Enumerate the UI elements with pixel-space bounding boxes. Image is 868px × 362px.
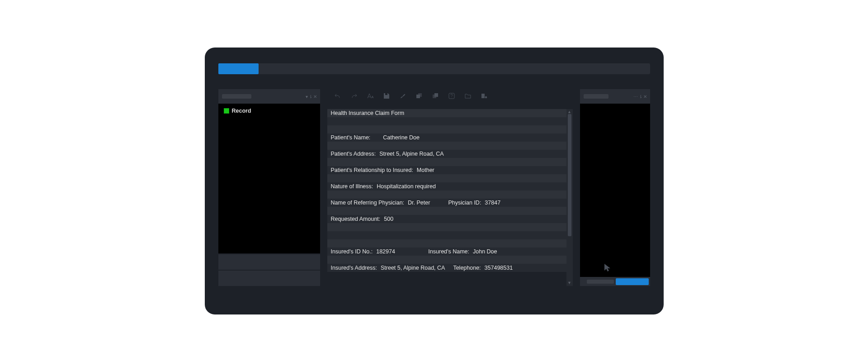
help-icon[interactable] <box>448 92 456 100</box>
field-row-illness: Nature of Illness: Hospitalization requi… <box>327 182 566 191</box>
undo-icon[interactable] <box>334 92 342 100</box>
field-row-patient-address: Patient's Address: Street 5, Alpine Road… <box>327 150 566 158</box>
blank-row <box>327 125 566 133</box>
form-title-row: Health Insurance Claim Form <box>327 109 566 117</box>
label: Requested Amount: <box>331 216 381 222</box>
value: 357498531 <box>485 265 513 271</box>
label: Telephone: <box>453 265 481 271</box>
label: Patient's Address: <box>331 151 376 157</box>
value: John Doe <box>473 248 497 255</box>
field-row-insured-address-phone: Insured's Address: Street 5, Alpine Road… <box>327 264 566 272</box>
tree-item-label: Record <box>232 108 251 114</box>
document-viewport: Health Insurance Claim Form Patient's Na… <box>327 109 573 286</box>
value: 182974 <box>376 248 395 255</box>
brush-icon[interactable] <box>399 92 407 100</box>
blank-row <box>327 191 566 199</box>
value: Mother <box>417 167 434 173</box>
tab-strip <box>218 63 650 74</box>
left-panel-header: ▾ ⇂ ✕ <box>218 89 320 104</box>
claim-form-document: Health Insurance Claim Form Patient's Na… <box>327 109 566 286</box>
menu-icon[interactable]: ⋯ <box>633 94 637 99</box>
panel-header-icons: ▾ ⇂ ✕ <box>306 94 316 99</box>
left-panel-input-2[interactable] <box>218 270 320 286</box>
field-row-insured-id-name: Insured's ID No.: 182974 Insured's Name:… <box>327 248 566 256</box>
form-title: Health Insurance Claim Form <box>331 110 405 116</box>
value: Catherine Doe <box>383 134 420 141</box>
app-window: ▾ ⇂ ✕ Record <box>205 48 664 314</box>
font-icon[interactable] <box>366 92 374 100</box>
label: Patient's Relationship to Insured: <box>331 167 413 173</box>
tree-item-record[interactable]: Record <box>224 108 315 114</box>
blank-row <box>327 158 566 166</box>
label: Insured's ID No.: <box>331 248 373 255</box>
svg-rect-5 <box>481 94 485 98</box>
right-panel-header: ⋯ ⇂ ✕ <box>580 89 650 104</box>
blank-row <box>327 117 566 125</box>
scroll-down-icon[interactable]: ▼ <box>567 281 571 285</box>
svg-rect-1 <box>418 93 422 97</box>
editor-toolbar <box>327 89 573 103</box>
panel-title-placeholder <box>584 94 609 99</box>
value: Hospitalization required <box>377 183 436 190</box>
value: 500 <box>384 216 393 222</box>
field-row-physician: Name of Referring Physician: Dr. Peter P… <box>327 199 566 207</box>
label: Physician ID: <box>448 200 481 206</box>
active-tab[interactable] <box>218 63 259 74</box>
close-icon[interactable]: ✕ <box>643 94 646 99</box>
center-panel: Health Insurance Claim Form Patient's Na… <box>327 89 573 286</box>
value: 37847 <box>485 200 500 206</box>
scrollbar-thumb[interactable] <box>568 114 571 236</box>
svg-rect-3 <box>433 95 436 98</box>
blank-row <box>327 142 566 150</box>
cursor-icon <box>604 263 612 274</box>
panel-header-icons: ⋯ ⇂ ✕ <box>633 94 646 99</box>
blank-row <box>327 223 566 231</box>
footer-label-placeholder <box>587 280 614 284</box>
blank-row <box>327 174 566 182</box>
right-panel-footer <box>580 277 650 286</box>
blank-row <box>327 256 566 264</box>
vertical-scrollbar[interactable]: ▲ ▼ <box>566 109 573 286</box>
value: Street 5, Alpine Road, CA <box>379 151 443 157</box>
close-icon[interactable]: ✕ <box>313 94 316 99</box>
blank-row <box>327 207 566 215</box>
layer-back-icon[interactable] <box>431 92 439 100</box>
field-row-patient-name: Patient's Name: Catherine Doe <box>327 133 566 142</box>
project-tree: Record <box>218 104 320 253</box>
blank-row <box>327 231 566 239</box>
filter-icon[interactable]: ▾ <box>306 94 307 99</box>
layer-front-icon[interactable] <box>415 92 423 100</box>
pin-icon[interactable]: ⇂ <box>309 94 312 99</box>
label: Insured's Address: <box>331 265 377 271</box>
value: Dr. Peter <box>408 200 430 206</box>
record-status-icon <box>224 108 229 114</box>
left-panel-input-1[interactable] <box>218 253 320 270</box>
blank-row <box>327 239 566 248</box>
label: Name of Referring Physician: <box>331 200 405 206</box>
save-icon[interactable] <box>382 92 391 100</box>
field-row-relationship: Patient's Relationship to Insured: Mothe… <box>327 166 566 174</box>
scroll-up-icon[interactable]: ▲ <box>567 110 571 114</box>
field-row-amount: Requested Amount: 500 <box>327 215 566 223</box>
panel-title-placeholder <box>222 94 251 99</box>
right-panel: ⋯ ⇂ ✕ <box>580 89 650 286</box>
pin-icon[interactable]: ⇂ <box>639 94 642 99</box>
app-settings-icon[interactable] <box>480 92 488 100</box>
label: Patient's Name: <box>331 134 371 141</box>
workarea: ▾ ⇂ ✕ Record <box>218 89 650 286</box>
label: Nature of Illness: <box>331 183 373 190</box>
footer-action-button[interactable] <box>616 278 649 285</box>
svg-point-6 <box>485 96 487 99</box>
left-panel: ▾ ⇂ ✕ Record <box>218 89 320 286</box>
value: Street 5, Alpine Road, CA <box>381 265 445 271</box>
label: Insured's Name: <box>428 248 469 255</box>
folder-icon[interactable] <box>464 92 472 100</box>
redo-icon[interactable] <box>350 92 358 100</box>
